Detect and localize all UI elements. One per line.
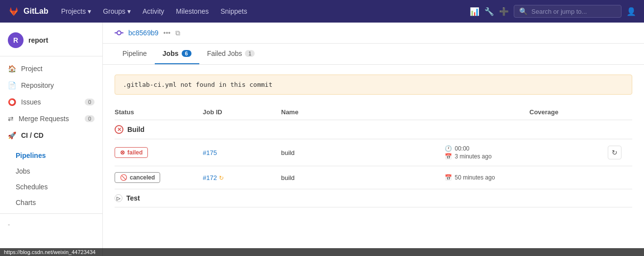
- canceled-badge: 🚫 canceled: [115, 172, 160, 183]
- main-content: bc8569b9 ••• ⧉ Pipeline Jobs 6 Failed Jo…: [103, 23, 644, 256]
- calendar2-icon: 📅: [445, 174, 452, 181]
- jobs-table: Status Job ID Name Coverage ✕ Build ⊗ fa…: [115, 104, 632, 207]
- topnav: GitLab Projects ▾ Groups ▾ Activity Mile…: [0, 0, 644, 23]
- url-bar: https://blog.csdn.net/weixin_44723434: [0, 248, 644, 256]
- chart-icon[interactable]: 📊: [470, 7, 479, 16]
- clock-icon: 🕐: [445, 145, 452, 152]
- warning-banner: .gitlab-ci.yml not found in this commit: [115, 75, 632, 95]
- failed-jobs-tab-count: 1: [245, 50, 255, 57]
- sidebar-sub-pipelines[interactable]: Pipelines: [0, 148, 102, 163]
- wrench-icon[interactable]: 🔧: [484, 7, 494, 16]
- commit-hash-link[interactable]: bc8569b9: [128, 29, 159, 37]
- job2-id-link[interactable]: #172: [203, 174, 217, 181]
- sidebar-item-merge-requests[interactable]: ⇄ Merge Requests 0: [0, 110, 102, 127]
- topnav-icons: 📊 🔧 ➕ 🔍 👤: [470, 5, 636, 18]
- table-header: Status Job ID Name Coverage: [115, 104, 632, 120]
- search-box[interactable]: 🔍: [514, 5, 621, 18]
- test-group-row: ▷ Test: [115, 189, 632, 207]
- svg-point-0: [117, 31, 121, 35]
- sidebar-item-label: Merge Requests: [19, 115, 69, 123]
- nav-groups[interactable]: Groups ▾: [98, 5, 136, 17]
- sidebar-item-label: Repository: [21, 81, 54, 89]
- table-row: 🚫 canceled #172 ↻ build 📅 50 minutes ago: [115, 166, 632, 189]
- nav-snippets[interactable]: Snippets: [215, 5, 252, 17]
- job2-refresh-icon: ↻: [219, 175, 224, 181]
- logo-text: GitLab: [24, 7, 48, 16]
- merge-badge: 0: [85, 115, 95, 122]
- sidebar-item-repository[interactable]: 📄 Repository: [0, 77, 102, 94]
- job1-time: 📅 3 minutes ago: [445, 153, 608, 160]
- job1-duration: 🕐 00:00: [445, 145, 608, 152]
- tabs: Pipeline Jobs 6 Failed Jobs 1: [103, 44, 644, 65]
- search-input[interactable]: [531, 8, 616, 15]
- col-jobid: Job ID: [203, 108, 281, 116]
- gitlab-logo[interactable]: GitLab: [8, 5, 48, 17]
- schedules-label: Schedules: [16, 183, 48, 191]
- failed-icon: ⊗: [120, 149, 125, 156]
- canceled-icon: 🚫: [120, 174, 127, 181]
- layout: R report 🏠 Project 📄 Repository ⭕ I: [0, 23, 644, 256]
- sidebar-user: R report: [0, 27, 102, 56]
- col-status: Status: [115, 108, 203, 116]
- build-group-label: Build: [127, 126, 144, 133]
- nav-activity[interactable]: Activity: [138, 5, 169, 17]
- rocket-icon: 🚀: [8, 131, 16, 139]
- sidebar-sub-jobs[interactable]: Jobs: [0, 163, 102, 179]
- build-status-icon: ✕: [115, 125, 123, 134]
- job1-meta: 🕐 00:00 📅 3 minutes ago: [445, 145, 608, 160]
- nav-milestones[interactable]: Milestones: [171, 5, 214, 17]
- copy-icon[interactable]: ⧉: [175, 29, 180, 37]
- avatar: R: [8, 32, 24, 48]
- commit-options[interactable]: •••: [164, 29, 171, 37]
- test-group-arrow: ▷: [115, 194, 122, 202]
- col-actions: [608, 108, 632, 116]
- content-header: bc8569b9 ••• ⧉: [103, 23, 644, 44]
- job1-actions: ↻: [608, 146, 632, 159]
- sidebar-item-label: Issues: [21, 98, 41, 106]
- sidebar-item-label: Project: [21, 65, 43, 73]
- sidebar-item-project[interactable]: 🏠 Project: [0, 60, 102, 77]
- url-text: https://blog.csdn.net/weixin_44723434: [4, 249, 95, 255]
- plus-icon[interactable]: ➕: [499, 7, 509, 16]
- col-coverage: Coverage: [529, 108, 608, 116]
- tab-pipeline[interactable]: Pipeline: [115, 44, 155, 64]
- book-icon: 📄: [8, 81, 16, 89]
- calendar-icon: 📅: [445, 153, 452, 160]
- warning-text: .gitlab-ci.yml not found in this commit: [123, 81, 272, 88]
- commit-icon: [115, 28, 123, 37]
- user-avatar[interactable]: 👤: [626, 7, 636, 16]
- build-group-row: ✕ Build: [115, 120, 632, 139]
- pipelines-label: Pipelines: [16, 152, 46, 159]
- tab-jobs[interactable]: Jobs 6: [155, 44, 199, 64]
- tab-failed-jobs[interactable]: Failed Jobs 1: [199, 44, 263, 64]
- sidebar-item-cicd[interactable]: 🚀 CI / CD: [0, 127, 102, 144]
- test-group-label: Test: [126, 194, 140, 202]
- nav-projects[interactable]: Projects ▾: [56, 5, 96, 17]
- sidebar-sub-schedules[interactable]: Schedules: [0, 179, 102, 195]
- job2-name: build: [281, 174, 445, 181]
- job2-id: #172 ↻: [203, 174, 281, 181]
- charts-label: Charts: [16, 199, 36, 206]
- sidebar-item-issues[interactable]: ⭕ Issues 0: [0, 94, 102, 110]
- sidebar-bottom: -: [0, 217, 102, 232]
- job2-meta: 📅 50 minutes ago: [445, 174, 608, 181]
- jobs-tab-count: 6: [182, 50, 191, 57]
- col-name: Name: [281, 108, 529, 116]
- retry-button[interactable]: ↻: [608, 146, 621, 159]
- job1-id-link[interactable]: #175: [203, 149, 217, 156]
- jobs-label: Jobs: [16, 167, 30, 175]
- failed-badge: ⊗ failed: [115, 147, 148, 158]
- search-icon: 🔍: [519, 7, 527, 15]
- sidebar: R report 🏠 Project 📄 Repository ⭕ I: [0, 23, 103, 256]
- sidebar-divider: [0, 213, 102, 214]
- job2-time: 📅 50 minutes ago: [445, 174, 608, 181]
- sidebar-nav: 🏠 Project 📄 Repository ⭕ Issues 0: [0, 56, 102, 148]
- job1-name: build: [281, 149, 445, 156]
- issues-badge: 0: [85, 99, 95, 105]
- topnav-links: Projects ▾ Groups ▾ Activity Milestones …: [56, 5, 252, 17]
- username: report: [28, 36, 48, 44]
- job2-status: 🚫 canceled: [115, 172, 203, 183]
- sidebar-item-label: CI / CD: [21, 131, 44, 139]
- sidebar-cicd-sub: Pipelines Jobs Schedules Charts: [0, 148, 102, 210]
- sidebar-sub-charts[interactable]: Charts: [0, 195, 102, 210]
